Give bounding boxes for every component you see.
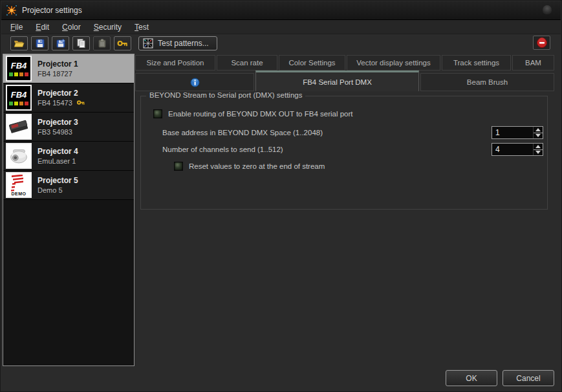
menu-edit[interactable]: Edit xyxy=(36,23,49,32)
save-button[interactable] xyxy=(31,36,49,50)
projector-model: Demo 5 xyxy=(38,186,78,195)
test-patterns-button[interactable]: Test patterns... xyxy=(138,36,217,50)
spin-down-button[interactable] xyxy=(534,133,543,139)
paste-button[interactable] xyxy=(93,36,111,50)
tab-row-2: FB4 Serial Port DMX Beam Brush xyxy=(135,73,556,91)
title-bar: Projector settings xyxy=(1,1,561,20)
menu-file[interactable]: File xyxy=(10,23,23,32)
channels-label: Number of channels to send (1..512) xyxy=(162,146,283,153)
base-address-spinner xyxy=(492,126,543,139)
channels-spin-buttons xyxy=(533,144,543,155)
copy-icon xyxy=(76,38,87,49)
base-address-label: Base address in BEYOND DMX Space (1..204… xyxy=(162,129,323,136)
tab-beam-brush[interactable]: Beam Brush xyxy=(420,73,554,91)
remove-projector-button[interactable] xyxy=(533,36,550,50)
info-icon xyxy=(190,78,200,87)
arrow-up-icon xyxy=(535,145,541,148)
fb4-logo-text: FB4 xyxy=(11,91,27,99)
tab-vector-display-settings[interactable]: Vector display settings xyxy=(347,55,440,71)
projector-name: Projector 1 xyxy=(38,60,78,69)
reset-values-checkbox[interactable] xyxy=(174,162,183,171)
reset-values-row: Reset values to zero at the end of strea… xyxy=(174,162,325,171)
reset-values-label: Reset values to zero at the end of strea… xyxy=(189,162,325,170)
emulaser-projector-icon xyxy=(6,144,31,168)
projector-model: EmuLaser 1 xyxy=(38,157,78,166)
menu-bar: File Edit Color Security Test xyxy=(1,20,561,34)
emulaser-thumbnail xyxy=(6,143,32,169)
group-title: BEYOND Stream to Serial port (DMX) setti… xyxy=(146,91,305,99)
window-title: Projector settings xyxy=(22,6,82,15)
channels-input[interactable] xyxy=(492,144,533,155)
save-as-icon xyxy=(56,38,66,49)
base-address-input[interactable] xyxy=(492,127,533,138)
tab-color-settings[interactable]: Color Settings xyxy=(279,55,345,71)
projector-list-item-2[interactable]: FB4 Projector 2 FB4 15473 xyxy=(3,83,134,113)
base-address-spin-buttons xyxy=(533,127,543,138)
spin-up-button[interactable] xyxy=(534,144,543,150)
fb3-device-icon xyxy=(6,115,31,138)
projector-name: Projector 4 xyxy=(38,147,78,157)
tab-fb4-serial-port-dmx[interactable]: FB4 Serial Port DMX xyxy=(255,71,419,91)
tab-row-1: Size and Position Scan rate Color Settin… xyxy=(135,55,556,71)
test-patterns-label: Test patterns... xyxy=(158,39,209,48)
test-pattern-icon xyxy=(143,38,153,49)
cancel-button[interactable]: Cancel xyxy=(503,370,554,386)
projector-model: FB3 54983 xyxy=(38,127,78,136)
dmx-settings-group: BEYOND Stream to Serial port (DMX) setti… xyxy=(140,96,548,210)
enable-routing-checkbox[interactable] xyxy=(153,109,162,118)
demo-label: DEMO xyxy=(12,191,27,196)
demo-thumbnail: DEMO xyxy=(6,172,32,198)
toolbar: Test patterns... xyxy=(1,34,561,52)
security-key-button[interactable] xyxy=(114,36,131,50)
arrow-down-icon xyxy=(535,151,541,154)
tab-track-settings[interactable]: Track settings xyxy=(442,55,511,71)
tab-scan-rate[interactable]: Scan rate xyxy=(217,55,277,71)
projector-model: FB4 15473 xyxy=(38,98,85,107)
fb3-thumbnail xyxy=(6,114,32,140)
save-icon xyxy=(35,38,45,49)
projector-model: FB4 18727 xyxy=(38,69,78,78)
lock-key-icon xyxy=(76,100,85,105)
ok-button[interactable]: OK xyxy=(446,370,497,386)
folder-open-icon xyxy=(14,38,25,49)
copy-button[interactable] xyxy=(72,36,90,50)
spin-down-button[interactable] xyxy=(534,150,543,156)
minus-circle-icon xyxy=(536,37,548,49)
menu-test[interactable]: Test xyxy=(135,23,149,32)
projector-name: Projector 2 xyxy=(38,89,85,98)
projector-name: Projector 5 xyxy=(38,176,78,186)
arrow-down-icon xyxy=(535,134,541,137)
spin-up-button[interactable] xyxy=(534,127,543,133)
fb4-thumbnail: FB4 xyxy=(6,85,32,111)
fb4-logo-text: FB4 xyxy=(11,61,27,70)
fb4-led-row xyxy=(9,102,28,105)
projector-list-item-3[interactable]: Projector 3 FB3 54983 xyxy=(3,113,134,142)
enable-routing-label: Enable routing of BEYOND DMX OUT to FB4 … xyxy=(168,110,352,118)
menu-security[interactable]: Security xyxy=(94,23,122,32)
titlebar-indicator-icon xyxy=(543,5,552,14)
tab-size-and-position[interactable]: Size and Position xyxy=(135,55,215,71)
fb4-thumbnail: FB4 xyxy=(6,56,32,82)
projector-list-item-5[interactable]: DEMO Projector 5 Demo 5 xyxy=(3,171,134,200)
menu-color[interactable]: Color xyxy=(62,23,81,32)
projector-list-item-4[interactable]: Projector 4 EmuLaser 1 xyxy=(3,142,134,171)
save-as-button[interactable] xyxy=(52,36,69,50)
pangolin-logo-icon xyxy=(8,175,30,191)
projector-list: FB4 Projector 1 FB4 18727 FB4 Projector … xyxy=(3,54,135,366)
channels-spinner xyxy=(492,143,543,156)
tab-bam[interactable]: BAM xyxy=(512,55,554,71)
open-button[interactable] xyxy=(10,36,28,50)
tab-info[interactable] xyxy=(135,73,254,91)
app-logo-icon xyxy=(6,5,17,16)
projector-settings-window: Projector settings File Edit Color Secur… xyxy=(0,0,562,392)
enable-routing-row: Enable routing of BEYOND DMX OUT to FB4 … xyxy=(153,109,352,118)
paste-icon xyxy=(97,38,107,49)
key-icon xyxy=(117,39,128,47)
projector-name: Projector 3 xyxy=(38,118,78,127)
arrow-up-icon xyxy=(535,128,541,131)
fb4-led-row xyxy=(9,72,28,76)
projector-list-item-1[interactable]: FB4 Projector 1 FB4 18727 xyxy=(3,54,134,83)
projector-model-text: FB4 15473 xyxy=(38,98,72,107)
